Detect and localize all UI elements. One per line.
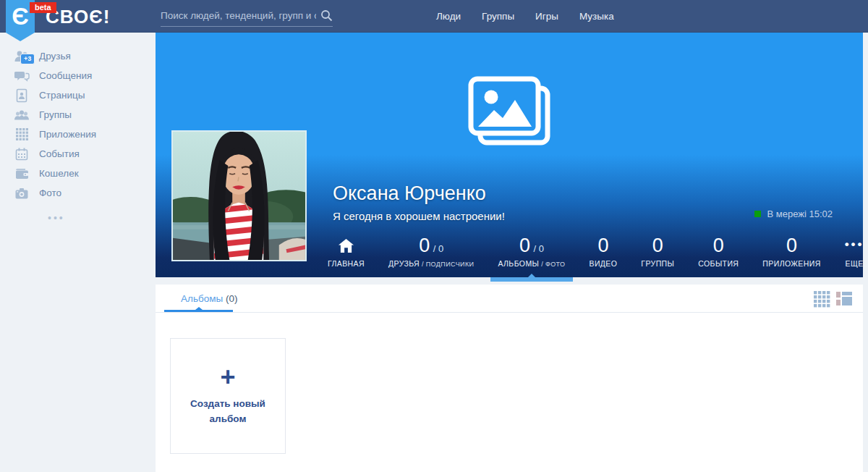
sidebar-item-label: Страницы [39,90,85,101]
main-column: Оксана Юрченко Я сегодня в хорошем настр… [156,33,863,472]
tab-label: ПРИЛОЖЕНИЯ [762,259,820,268]
tab-label: ДРУЗЬЯ / ПОДПИСЧИКИ [388,259,474,268]
header-divider [156,312,863,313]
online-status-text: В мережі 15:02 [767,208,833,219]
profile-tab-friends[interactable]: 0 / 0 ДРУЗЬЯ / ПОДПИСЧИКИ [388,234,474,268]
list-view-icon[interactable] [835,290,854,308]
sidebar: +3 Друзья Сообщения Страницы [0,33,156,472]
sidebar-item-label: Кошелек [39,168,79,179]
sidebar-item-label: Группы [39,109,72,120]
sidebar-item-label: Сообщения [39,70,92,81]
sidebar-more-button[interactable]: ••• [48,212,156,224]
top-nav: Люди Группы Игры Музыка [436,0,614,33]
tab-count: 0 / 0 [388,234,474,257]
tab-label: ВИДЕО [590,259,618,268]
search-input[interactable] [161,10,316,21]
tab-label: СОБЫТИЯ [698,259,739,268]
search-box [161,5,333,27]
profile-tab-events[interactable]: 0 СОБЫТИЯ [698,234,739,268]
nav-music[interactable]: Музыка [579,11,614,22]
profile-tab-groups[interactable]: 0 ГРУППЫ [641,234,674,268]
search-icon[interactable] [320,9,333,22]
friends-icon: +3 [12,49,31,64]
albums-tab-label: Альбомы [181,293,223,304]
sidebar-item-apps[interactable]: Приложения [0,125,156,144]
apps-icon [12,127,31,141]
nav-groups[interactable]: Группы [482,11,514,22]
profile-identity: Оксана Юрченко Я сегодня в хорошем настр… [333,182,505,222]
active-tab-indicator [490,277,572,282]
tab-count: 0 [698,234,739,257]
more-dots-icon: ••• [845,234,864,257]
profile-tab-albums[interactable]: 0 / 0 АЛЬБОМЫ / ФОТО [498,234,565,268]
sidebar-item-pages[interactable]: Страницы [0,85,156,105]
tab-label: АЛЬБОМЫ / ФОТО [498,259,565,268]
tab-label: ГРУППЫ [641,259,674,268]
profile-tab-more[interactable]: ••• ЕЩЕ [845,234,864,268]
albums-tab-indicator [164,310,233,312]
sidebar-item-events[interactable]: События [0,144,156,164]
grid-view-icon[interactable] [812,290,831,308]
create-album-label: Создать новый альбом [181,397,275,427]
profile-tab-video[interactable]: 0 ВИДЕО [590,234,618,268]
sidebar-item-messages[interactable]: Сообщения [0,66,156,85]
tab-label: ЕЩЕ [845,259,864,268]
sidebar-item-groups[interactable]: Группы [0,105,156,125]
profile-status: Я сегодня в хорошем настроении! [333,210,505,222]
pages-icon [12,88,31,103]
sidebar-item-wallet[interactable]: Кошелек [0,164,156,183]
plus-icon: + [220,365,235,389]
sidebar-item-label: События [39,148,80,159]
view-switcher [812,290,854,308]
profile-tab-apps[interactable]: 0 ПРИЛОЖЕНИЯ [762,234,820,268]
content-panel: Альбомы (0) [156,285,863,472]
create-album-card[interactable]: + Создать новый альбом [170,338,286,454]
tab-count: 0 [590,234,618,257]
top-header: Є beta СВОЄ! Люди Группы Игры Музыка [0,0,868,33]
sidebar-item-friends[interactable]: +3 Друзья [0,46,156,66]
tab-label: ГЛАВНАЯ [328,259,365,268]
friends-count-badge: +3 [20,54,35,64]
albums-tab-count: (0) [226,293,238,304]
nav-people[interactable]: Люди [436,11,461,22]
tab-count: 0 / 0 [498,234,565,257]
profile-tab-bar: ГЛАВНАЯ 0 / 0 ДРУЗЬЯ / ПОДПИСЧИКИ 0 / 0 … [156,234,863,268]
home-icon [328,234,365,257]
wallet-icon [12,167,31,180]
profile-name: Оксана Юрченко [333,182,505,205]
events-icon [12,147,31,161]
sidebar-item-label: Приложения [39,129,96,140]
sidebar-item-label: Друзья [39,51,71,62]
tab-albums[interactable]: Альбомы (0) [181,293,237,304]
nav-games[interactable]: Игры [535,11,558,22]
online-status: В мережі 15:02 [754,208,833,219]
beta-badge: beta [30,2,56,13]
sidebar-item-label: Фото [39,187,61,198]
cover-placeholder-icon [465,76,553,153]
online-indicator-icon [754,211,761,217]
sidebar-item-photo[interactable]: Фото [0,183,156,203]
tab-count: 0 [762,234,820,257]
albums-header: Альбомы (0) [156,285,863,313]
groups-icon [12,108,31,122]
profile-tab-home[interactable]: ГЛАВНАЯ [328,234,365,268]
profile-cover[interactable]: Оксана Юрченко Я сегодня в хорошем настр… [156,33,863,277]
messages-icon [12,69,31,83]
photo-icon [12,187,31,200]
tab-count: 0 [641,234,674,257]
